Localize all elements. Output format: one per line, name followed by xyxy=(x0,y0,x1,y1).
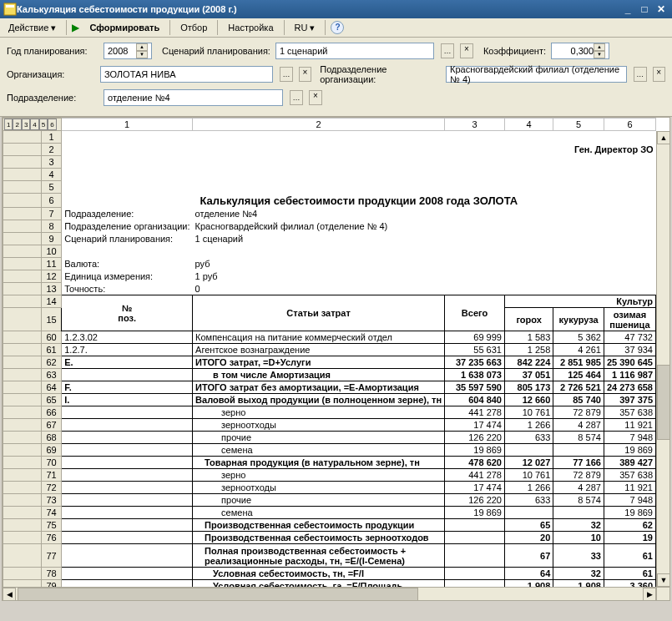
row-header[interactable]: 62 xyxy=(41,356,61,369)
group-tab[interactable]: 6 xyxy=(48,119,56,130)
cell-name[interactable]: зерно xyxy=(193,469,445,482)
cell-value[interactable]: 8 574 xyxy=(553,432,604,444)
scroll-right-icon[interactable]: ▶ xyxy=(643,588,656,601)
col-header[interactable]: 4 xyxy=(504,119,553,131)
cell-total[interactable] xyxy=(445,580,505,588)
cell-value[interactable] xyxy=(553,507,604,519)
cell-name[interactable]: Полная производственная себестоимость + … xyxy=(193,544,445,568)
cell-total[interactable]: 604 840 xyxy=(445,394,505,406)
cell-pos[interactable] xyxy=(62,457,193,469)
cell-value[interactable]: 47 732 xyxy=(604,331,655,344)
clear-button[interactable]: × xyxy=(299,67,311,82)
cell-total[interactable] xyxy=(445,519,505,532)
year-input[interactable]: 2008 ▲ ▼ xyxy=(104,43,152,59)
cell-value[interactable] xyxy=(504,444,553,457)
cell-value[interactable]: 4 261 xyxy=(553,344,604,356)
cell-value[interactable]: 2 726 521 xyxy=(553,381,604,394)
cell-value[interactable]: 67 xyxy=(504,544,553,568)
cell-total[interactable]: 126 220 xyxy=(445,432,505,444)
spin-up-icon[interactable]: ▲ xyxy=(136,43,148,51)
cell-name[interactable]: зерноотходы xyxy=(193,482,445,494)
group-tab[interactable]: 3 xyxy=(22,119,30,130)
cell-value[interactable]: 1 908 xyxy=(553,580,604,588)
row-header[interactable]: 2 xyxy=(41,144,61,156)
cell-value[interactable]: 389 427 xyxy=(604,457,655,469)
cell-value[interactable]: 7 948 xyxy=(604,432,655,444)
row-header[interactable]: 15 xyxy=(41,308,61,331)
row-header[interactable]: 11 xyxy=(41,258,61,270)
cell-name[interactable]: ИТОГО затрат без амортизации, =E-Амортиз… xyxy=(193,381,445,394)
row-header[interactable]: 1 xyxy=(41,131,61,144)
row-header[interactable]: 77 xyxy=(41,544,61,568)
spin-down-icon[interactable]: ▼ xyxy=(594,51,605,58)
cell-total[interactable]: 19 869 xyxy=(445,444,505,457)
cell-pos[interactable]: 1.2.3.02 xyxy=(62,331,193,344)
cell-value[interactable] xyxy=(553,444,604,457)
report-grid[interactable]: 1 2 3 4 5 6 12Ген. Директор ЗО3456Кальку… xyxy=(3,118,656,587)
scrollbar-vertical[interactable]: ▲ ▼ xyxy=(656,131,669,587)
row-header[interactable]: 69 xyxy=(41,444,61,457)
cell-name[interactable]: Товарная продукция (в натуральном зерне)… xyxy=(193,457,445,469)
row-header[interactable]: 68 xyxy=(41,432,61,444)
settings-button[interactable]: Настройка xyxy=(223,21,278,34)
maximize-button[interactable]: □ xyxy=(637,3,652,16)
cell-pos[interactable] xyxy=(62,532,193,544)
row-header[interactable]: 63 xyxy=(41,369,61,381)
spin-down-icon[interactable]: ▼ xyxy=(136,51,148,58)
cell-value[interactable] xyxy=(504,507,553,519)
cell-value[interactable]: 1 258 xyxy=(504,344,553,356)
cell-value[interactable]: 19 869 xyxy=(604,444,655,457)
row-header[interactable]: 75 xyxy=(41,519,61,532)
row-header[interactable]: 5 xyxy=(41,181,61,194)
cell-name[interactable]: прочие xyxy=(193,494,445,507)
cell-value[interactable]: 19 xyxy=(604,532,655,544)
scrollbar-horizontal[interactable]: ◀ ▶ xyxy=(3,587,656,600)
cell-value[interactable]: 11 921 xyxy=(604,482,655,494)
cell-value[interactable]: 37 934 xyxy=(604,344,655,356)
scroll-down-icon[interactable]: ▼ xyxy=(657,573,670,587)
scroll-thumb[interactable] xyxy=(18,588,418,601)
col-header[interactable]: 6 xyxy=(604,119,655,131)
select-button[interactable]: … xyxy=(290,90,303,105)
group-tab[interactable]: 1 xyxy=(4,119,13,130)
cell-value[interactable]: 7 948 xyxy=(604,494,655,507)
cell-value[interactable]: 72 879 xyxy=(553,406,604,419)
row-header[interactable]: 6 xyxy=(41,194,61,208)
row-header[interactable]: 72 xyxy=(41,482,61,494)
select-button[interactable]: … xyxy=(280,67,292,82)
row-header[interactable]: 14 xyxy=(41,295,61,308)
action-menu[interactable]: Действие ▾ xyxy=(3,21,61,35)
cell-total[interactable]: 37 235 663 xyxy=(445,356,505,369)
col-header[interactable]: 5 xyxy=(553,119,604,131)
cell-name[interactable]: Производственная себестоимость продукции xyxy=(193,519,445,532)
row-header[interactable]: 7 xyxy=(41,208,61,220)
cell-name[interactable]: ИТОГО затрат, =D+Услуги xyxy=(193,356,445,369)
cell-total[interactable]: 55 631 xyxy=(445,344,505,356)
cell-pos[interactable]: F. xyxy=(62,381,193,394)
cell-pos[interactable] xyxy=(62,419,193,432)
cell-pos[interactable] xyxy=(62,568,193,580)
cell-pos[interactable] xyxy=(62,432,193,444)
cell-value[interactable]: 12 660 xyxy=(504,394,553,406)
cell-value[interactable]: 1 908 xyxy=(504,580,553,588)
cell-value[interactable]: 10 761 xyxy=(504,469,553,482)
cell-name[interactable]: прочие xyxy=(193,432,445,444)
col-header[interactable]: 1 xyxy=(62,119,193,131)
row-header[interactable]: 4 xyxy=(41,169,61,181)
cell-value[interactable]: 805 173 xyxy=(504,381,553,394)
cell-total[interactable]: 478 620 xyxy=(445,457,505,469)
cell-name[interactable]: семена xyxy=(193,507,445,519)
spin-up-icon[interactable]: ▲ xyxy=(594,43,605,51)
cell-value[interactable]: 24 273 658 xyxy=(604,381,655,394)
cell-total[interactable]: 1 638 073 xyxy=(445,369,505,381)
dept-input[interactable]: отделение №4 xyxy=(104,89,283,106)
scroll-up-icon[interactable]: ▲ xyxy=(657,131,670,144)
row-header[interactable]: 12 xyxy=(41,270,61,283)
cell-value[interactable]: 11 921 xyxy=(604,419,655,432)
cell-pos[interactable]: I. xyxy=(62,394,193,406)
scroll-left-icon[interactable]: ◀ xyxy=(3,588,16,601)
cell-value[interactable]: 4 287 xyxy=(553,482,604,494)
cell-pos[interactable] xyxy=(62,469,193,482)
cell-value[interactable]: 37 051 xyxy=(504,369,553,381)
cell-total[interactable]: 19 869 xyxy=(445,507,505,519)
